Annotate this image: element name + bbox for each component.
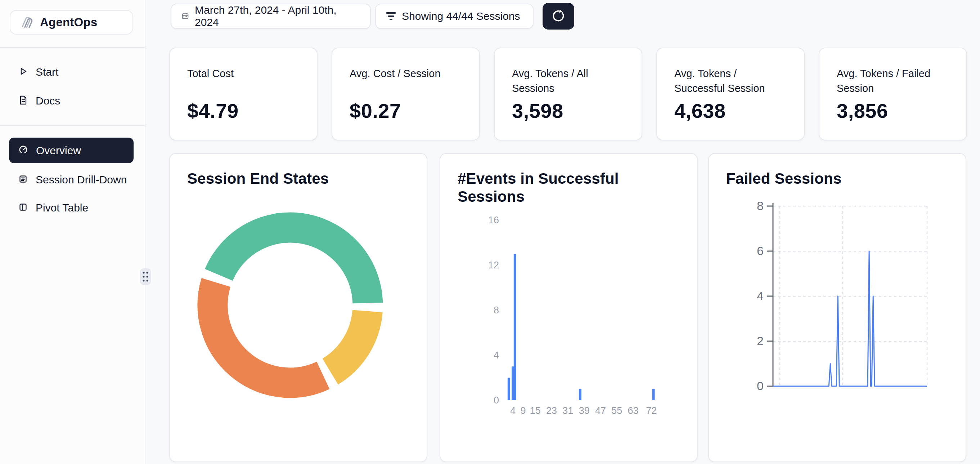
stat-label: Avg. Tokens / All Sessions bbox=[512, 66, 625, 96]
brand-name: AgentOps bbox=[40, 16, 97, 29]
play-icon bbox=[18, 66, 29, 78]
stat-value: 3,598 bbox=[512, 99, 625, 123]
calendar-icon bbox=[181, 10, 189, 22]
sidebar-resize-handle[interactable] bbox=[140, 268, 151, 285]
stat-label: Avg. Cost / Session bbox=[350, 66, 463, 81]
columns-icon bbox=[18, 202, 29, 214]
svg-text:4: 4 bbox=[510, 405, 515, 416]
filter-icon bbox=[386, 12, 396, 20]
stat-value: $0.27 bbox=[350, 99, 463, 123]
stat-label: Avg. Tokens / Failed Session bbox=[837, 66, 950, 96]
stat-label: Avg. Tokens / Successful Session bbox=[675, 66, 788, 96]
sidebar-item-label: Overview bbox=[36, 145, 81, 157]
stat-card-avg-tokens-all: Avg. Tokens / All Sessions 3,598 bbox=[494, 48, 642, 140]
donut-chart[interactable] bbox=[170, 154, 428, 463]
sidebar: AgentOps Start Docs Overview bbox=[0, 0, 145, 464]
sidebar-item-label: Docs bbox=[36, 95, 60, 107]
grip-dots-icon bbox=[140, 268, 151, 285]
svg-text:4: 4 bbox=[493, 350, 499, 360]
paperclip-logo-icon bbox=[18, 14, 33, 30]
svg-text:63: 63 bbox=[628, 405, 638, 416]
sidebar-divider bbox=[0, 125, 145, 126]
sessions-filter-button[interactable]: Showing 44/44 Sessions bbox=[375, 3, 534, 29]
svg-text:15: 15 bbox=[530, 405, 541, 416]
svg-text:72: 72 bbox=[646, 405, 657, 416]
stat-card-avg-cost-session: Avg. Cost / Session $0.27 bbox=[332, 48, 480, 140]
date-range-label: March 27th, 2024 - April 10th, 2024 bbox=[195, 4, 360, 29]
sessions-filter-label: Showing 44/44 Sessions bbox=[402, 10, 520, 22]
svg-text:31: 31 bbox=[562, 405, 573, 416]
svg-text:47: 47 bbox=[595, 405, 606, 416]
brand-logo[interactable]: AgentOps bbox=[10, 10, 133, 35]
refresh-button[interactable] bbox=[542, 3, 574, 30]
date-range-button[interactable]: March 27th, 2024 - April 10th, 2024 bbox=[171, 3, 371, 29]
chart-card-session-end-states: Session End States Success Fail Indeterm… bbox=[169, 153, 427, 462]
svg-text:0: 0 bbox=[757, 379, 764, 393]
svg-text:2: 2 bbox=[757, 334, 764, 348]
svg-text:8: 8 bbox=[757, 199, 764, 212]
failed-sessions-line-chart[interactable]: 02468 bbox=[709, 154, 967, 463]
stat-value: 4,638 bbox=[675, 99, 788, 123]
sidebar-item-overview[interactable]: Overview bbox=[9, 138, 134, 163]
stat-card-avg-tokens-failed: Avg. Tokens / Failed Session 3,856 bbox=[819, 48, 967, 140]
svg-text:16: 16 bbox=[488, 215, 499, 225]
sidebar-item-start[interactable]: Start bbox=[9, 61, 134, 83]
list-icon bbox=[18, 174, 29, 186]
document-icon bbox=[18, 95, 29, 107]
stat-value: 3,856 bbox=[837, 99, 950, 123]
svg-text:4: 4 bbox=[757, 289, 764, 303]
sidebar-divider bbox=[0, 47, 145, 48]
sidebar-item-label: Start bbox=[36, 66, 58, 78]
stat-value: $4.79 bbox=[187, 99, 300, 123]
stat-card-total-cost: Total Cost $4.79 bbox=[169, 48, 318, 140]
svg-text:39: 39 bbox=[579, 405, 590, 416]
stat-card-avg-tokens-successful: Avg. Tokens / Successful Session 4,638 bbox=[656, 48, 805, 140]
svg-text:23: 23 bbox=[546, 405, 557, 416]
svg-text:8: 8 bbox=[493, 305, 499, 316]
svg-text:6: 6 bbox=[757, 244, 764, 258]
sidebar-item-label: Session Drill-Down bbox=[36, 174, 127, 186]
svg-text:55: 55 bbox=[611, 405, 622, 416]
sidebar-item-pivot-table[interactable]: Pivot Table bbox=[9, 197, 134, 218]
events-bar-chart[interactable]: 0481216491523313947556372 bbox=[440, 154, 698, 463]
chart-card-events-histogram: #Events in Successful Sessions 048121649… bbox=[440, 153, 698, 462]
sidebar-item-label: Pivot Table bbox=[36, 202, 88, 214]
stat-label: Total Cost bbox=[187, 66, 300, 81]
svg-text:9: 9 bbox=[520, 405, 526, 416]
sidebar-item-docs[interactable]: Docs bbox=[9, 90, 134, 112]
refresh-icon bbox=[550, 7, 567, 25]
sidebar-item-session-drill-down[interactable]: Session Drill-Down bbox=[9, 169, 134, 191]
chart-card-failed-sessions: Failed Sessions 02468 count bbox=[708, 153, 966, 462]
svg-text:0: 0 bbox=[493, 395, 499, 406]
svg-text:12: 12 bbox=[488, 260, 499, 271]
gauge-icon bbox=[18, 144, 29, 157]
